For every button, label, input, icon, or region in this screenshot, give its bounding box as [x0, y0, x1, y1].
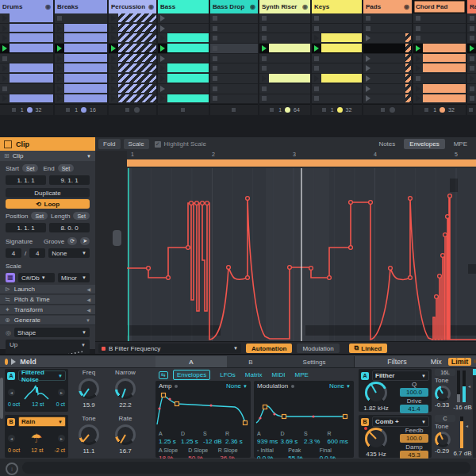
- clip-slot[interactable]: [55, 33, 107, 44]
- clip-slot[interactable]: [109, 13, 156, 24]
- clip-slot[interactable]: [312, 33, 362, 44]
- clip-slot[interactable]: [467, 94, 476, 105]
- track-header[interactable]: Bass Drop◉: [210, 0, 258, 13]
- section-pitch-time[interactable]: ≒Pitch & Time◀: [0, 295, 95, 305]
- mix-a-fader[interactable]: [457, 370, 460, 402]
- q-value-field[interactable]: 100.0: [400, 388, 428, 397]
- engine-tab-a[interactable]: A: [155, 356, 228, 367]
- clip-slot[interactable]: [467, 63, 476, 74]
- scale-button[interactable]: Scale: [124, 139, 149, 149]
- loop-length-field[interactable]: 8. 0. 0: [49, 223, 90, 232]
- device-fold-icon[interactable]: [11, 359, 16, 365]
- clip-end-field[interactable]: 9. 1. 1: [49, 175, 90, 185]
- feedb-value-field[interactable]: 100.0: [400, 434, 428, 443]
- limit-toggle[interactable]: Limit: [448, 358, 472, 366]
- clip-slot[interactable]: [109, 84, 156, 94]
- clip-slot[interactable]: [158, 94, 209, 105]
- engine-tab-settings[interactable]: Settings: [274, 356, 355, 367]
- clip-slot[interactable]: [109, 94, 156, 105]
- clip-status-row[interactable]: 132: [413, 104, 466, 115]
- mix-b-tone-knob[interactable]: [435, 432, 451, 447]
- track-header[interactable]: Keys: [312, 0, 362, 13]
- loop-button[interactable]: ⟲Loop: [6, 199, 90, 209]
- signature-numerator-field[interactable]: 4: [6, 248, 21, 258]
- amp-target-select[interactable]: None: [226, 382, 241, 390]
- clip-slot[interactable]: [109, 54, 156, 64]
- modcols-s[interactable]: S2.3 %: [304, 431, 328, 445]
- clip-slot[interactable]: [259, 33, 310, 44]
- clip-slot[interactable]: [413, 24, 466, 34]
- clip-slot[interactable]: [413, 33, 466, 44]
- clip-slot[interactable]: [413, 94, 466, 105]
- clip-status-row[interactable]: [210, 104, 258, 115]
- clip-slot[interactable]: [109, 33, 156, 44]
- clip-slot[interactable]: [210, 74, 258, 84]
- clip-status-row[interactable]: 164: [259, 104, 310, 115]
- engine-b-semi[interactable]: 12 st: [31, 447, 43, 453]
- engine-b-select[interactable]: Rain▼: [18, 416, 66, 427]
- clip-slot[interactable]: [109, 63, 156, 74]
- ampcols-a[interactable]: A1.25 s: [159, 431, 181, 445]
- set-position-button[interactable]: Set: [31, 212, 48, 220]
- clip-slot[interactable]: [210, 33, 258, 44]
- engine-b-cent[interactable]: -2 ct: [54, 447, 65, 453]
- tab-mpe[interactable]: MPE: [448, 139, 473, 149]
- clip-slot[interactable]: [312, 84, 362, 94]
- mod-envelope-graph[interactable]: [254, 391, 352, 428]
- shape-select[interactable]: Shape▼: [14, 328, 90, 337]
- clip-slot[interactable]: [259, 74, 310, 84]
- set-length-button[interactable]: Set: [73, 212, 90, 220]
- clip-status-row[interactable]: 132: [312, 104, 362, 115]
- clip-slot[interactable]: [363, 94, 412, 105]
- clip-slot[interactable]: [55, 63, 107, 74]
- filter-b-select[interactable]: Comb +▼: [372, 416, 429, 427]
- automation-toggle[interactable]: Automation: [246, 344, 292, 353]
- clip-slot[interactable]: [158, 13, 209, 24]
- linked-toggle[interactable]: ⧉Linked: [349, 344, 388, 353]
- clip-slot[interactable]: [0, 74, 53, 84]
- ampcols-s[interactable]: S-12 dB: [203, 431, 225, 445]
- clip-slot[interactable]: [158, 44, 209, 54]
- section-launch[interactable]: ⊳Launch◀: [0, 285, 95, 294]
- engine-tab-b[interactable]: B: [227, 356, 275, 367]
- modcols-d[interactable]: D3.69 s: [281, 431, 305, 445]
- clip-slot[interactable]: [467, 74, 476, 84]
- clip-slot[interactable]: [363, 33, 412, 44]
- clip-slot[interactable]: [55, 84, 107, 94]
- clip-slot[interactable]: [259, 84, 310, 94]
- pan-b-field[interactable]: C: [435, 415, 455, 422]
- clip-slot[interactable]: [158, 63, 209, 74]
- clip-slot[interactable]: [467, 44, 476, 54]
- clip-slot[interactable]: [158, 24, 209, 34]
- engine-a-prev-icon[interactable]: ◂: [8, 389, 15, 396]
- clip-slot[interactable]: [0, 63, 53, 74]
- clip-scale-icon[interactable]: ▦: [6, 273, 15, 282]
- clip-slot[interactable]: [210, 44, 258, 54]
- envelope-editor[interactable]: [127, 168, 476, 341]
- clip-slot[interactable]: [312, 44, 362, 54]
- section-transform[interactable]: ✦Transform◀: [0, 305, 95, 315]
- clip-panel-scrollbar[interactable]: [113, 230, 121, 246]
- clip-slot[interactable]: [312, 74, 362, 84]
- clip-slot[interactable]: [0, 84, 53, 94]
- track-header[interactable]: Rain: [467, 0, 476, 13]
- track-header[interactable]: Percussion◉: [109, 0, 156, 13]
- clip-slot[interactable]: [312, 54, 362, 64]
- editor-ruler[interactable]: 12345: [127, 151, 476, 168]
- clip-slot[interactable]: [55, 24, 107, 34]
- filter-a-select[interactable]: Filther▼: [372, 370, 429, 381]
- loop-position-field[interactable]: 1. 1. 1: [6, 223, 46, 232]
- env-link-icon[interactable]: ⇆: [159, 371, 168, 379]
- engine-b-prev-icon[interactable]: ◂: [8, 435, 15, 442]
- clip-slot[interactable]: [210, 24, 258, 34]
- section-generate[interactable]: ⊕Generate▼: [0, 316, 95, 325]
- clip-slot[interactable]: [259, 63, 310, 74]
- track-header[interactable]: Drums◉: [0, 0, 53, 13]
- engine-b-next-icon[interactable]: ▸: [58, 435, 65, 442]
- clip-start-field[interactable]: 1. 1. 1: [6, 175, 46, 185]
- drive-value-field[interactable]: 41.4: [400, 405, 428, 413]
- track-header[interactable]: Synth Riser◉: [259, 0, 310, 13]
- clip-slot[interactable]: [210, 54, 258, 64]
- clip-scale-root-select[interactable]: C#/Db▼: [18, 273, 55, 282]
- track-header[interactable]: Chord Pad: [413, 0, 466, 13]
